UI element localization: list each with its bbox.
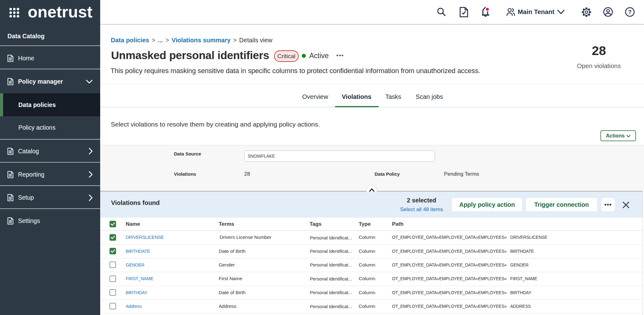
svg-text:?: ? <box>628 9 632 15</box>
